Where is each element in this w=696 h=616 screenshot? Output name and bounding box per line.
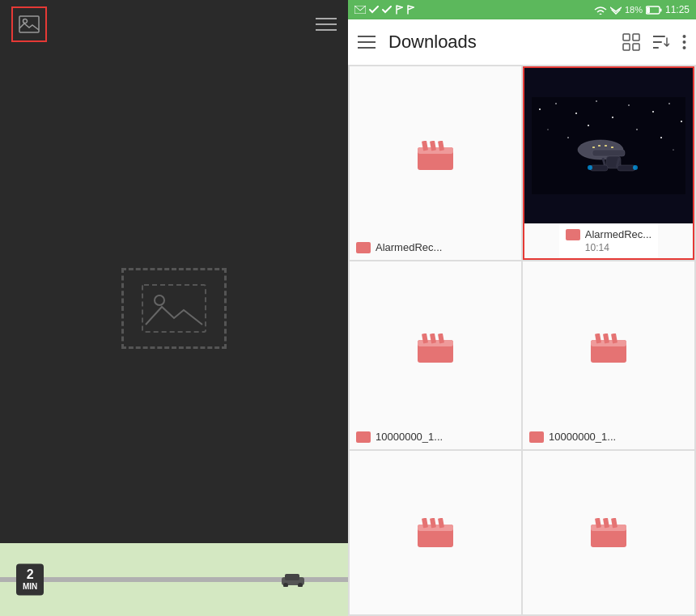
check-status-icon-2	[382, 6, 392, 14]
svg-point-29	[555, 103, 557, 104]
thumbnail-area-3	[418, 268, 453, 427]
email-status-icon	[354, 6, 366, 14]
battery-icon	[646, 6, 662, 15]
left-top-bar	[0, 0, 348, 49]
grid-item-4[interactable]: 10000000_1...	[523, 261, 694, 449]
file-grid: AlarmedRec...	[348, 65, 696, 616]
grid-item-1[interactable]: AlarmedRec...	[350, 66, 521, 260]
thumbnail-area-4	[591, 268, 626, 427]
svg-rect-16	[633, 34, 639, 40]
grid-item-2[interactable]: AlarmedRec... 10:14	[523, 66, 694, 260]
left-panel	[0, 0, 348, 616]
cell-info-3: 10000000_1...	[356, 427, 515, 443]
cell-info-4: 10000000_1...	[529, 427, 688, 443]
svg-rect-14	[660, 8, 661, 11]
svg-point-30	[575, 113, 577, 114]
svg-rect-53	[592, 147, 595, 148]
svg-point-19	[683, 35, 686, 38]
app-bar: Downloads	[348, 19, 696, 65]
cell-time-2: 10:14	[585, 242, 651, 253]
view-toggle-button[interactable]	[622, 33, 640, 51]
hamburger-icon[interactable]	[316, 18, 337, 31]
svg-point-37	[547, 129, 548, 130]
svg-rect-0	[19, 16, 39, 32]
film-clapper-5	[418, 518, 453, 547]
status-time: 11:25	[665, 4, 690, 15]
battery-percentage: 18%	[625, 5, 643, 15]
thumbnail-area-1	[418, 73, 453, 238]
mini-map-panel: 2 MIN	[0, 543, 348, 616]
svg-rect-13	[647, 7, 650, 13]
film-clapper-1	[418, 141, 453, 170]
status-bar: 18% 11:25	[348, 0, 696, 19]
dashed-placeholder	[121, 268, 227, 349]
thumbnail-area-5	[418, 457, 453, 608]
flag-status-icon-2	[406, 5, 414, 15]
status-icons-right: 18% 11:25	[594, 4, 690, 15]
grid-item-5[interactable]	[350, 451, 521, 614]
grid-item-3[interactable]: 10000000_1...	[350, 261, 521, 449]
mini-clapper-4	[529, 431, 544, 443]
thumbnail-area-6	[591, 457, 626, 608]
flag-status-icon-1	[395, 5, 403, 15]
mini-clapper-3	[356, 431, 371, 443]
mini-clapper-1	[356, 242, 371, 253]
svg-point-32	[612, 117, 613, 118]
svg-point-41	[636, 129, 638, 130]
svg-rect-18	[633, 44, 639, 50]
svg-point-21	[683, 46, 686, 49]
left-main-area	[0, 49, 348, 567]
mini-badge: 2 MIN	[16, 563, 44, 595]
cell-name-1: AlarmedRec...	[376, 241, 515, 253]
sort-button[interactable]	[653, 35, 669, 49]
svg-point-35	[668, 103, 670, 104]
menu-button[interactable]	[358, 36, 376, 49]
svg-point-36	[681, 121, 682, 122]
video-thumbnail-2	[524, 68, 693, 223]
cell-name-4: 10000000_1...	[549, 431, 688, 443]
grid-item-6[interactable]	[523, 451, 694, 614]
svg-point-1	[23, 19, 28, 23]
film-clapper-3	[418, 333, 453, 363]
svg-point-33	[628, 104, 630, 106]
svg-point-11	[599, 14, 601, 15]
svg-rect-15	[623, 34, 630, 40]
svg-point-51	[588, 165, 592, 170]
film-clapper-6	[591, 518, 626, 547]
svg-rect-54	[598, 145, 601, 147]
svg-point-42	[660, 137, 662, 138]
image-icon[interactable]	[11, 6, 47, 42]
svg-rect-49	[590, 165, 608, 171]
cell-name-3: 10000000_1...	[376, 431, 515, 443]
svg-rect-45	[592, 150, 625, 156]
svg-rect-55	[605, 145, 607, 147]
status-icons-left	[354, 5, 414, 15]
svg-point-39	[588, 125, 589, 126]
car-icon	[278, 572, 308, 587]
page-title: Downloads	[388, 32, 609, 53]
svg-point-43	[673, 149, 673, 150]
svg-point-52	[633, 165, 638, 170]
svg-point-31	[596, 100, 597, 102]
wifi-icon	[610, 5, 622, 15]
svg-point-20	[683, 40, 686, 44]
cell-name-2: AlarmedRec...	[585, 228, 651, 240]
mini-clapper-2	[566, 229, 580, 240]
svg-rect-2	[142, 285, 206, 332]
svg-point-38	[567, 137, 569, 138]
signal-icon	[594, 5, 607, 15]
svg-rect-17	[623, 44, 630, 50]
svg-rect-56	[611, 147, 613, 148]
more-options-button[interactable]	[682, 34, 686, 50]
svg-point-3	[155, 295, 164, 305]
check-status-icon-1	[369, 6, 379, 14]
svg-point-34	[652, 111, 654, 113]
space-scene	[524, 97, 693, 194]
svg-rect-7	[285, 574, 299, 580]
right-panel: 18% 11:25 Downloads	[348, 0, 696, 616]
cell-info-1: AlarmedRec...	[356, 238, 515, 253]
svg-point-28	[539, 108, 541, 110]
svg-rect-50	[617, 165, 635, 171]
app-bar-icons	[622, 33, 686, 51]
selected-cell-info-2: AlarmedRec... 10:14	[559, 223, 658, 258]
